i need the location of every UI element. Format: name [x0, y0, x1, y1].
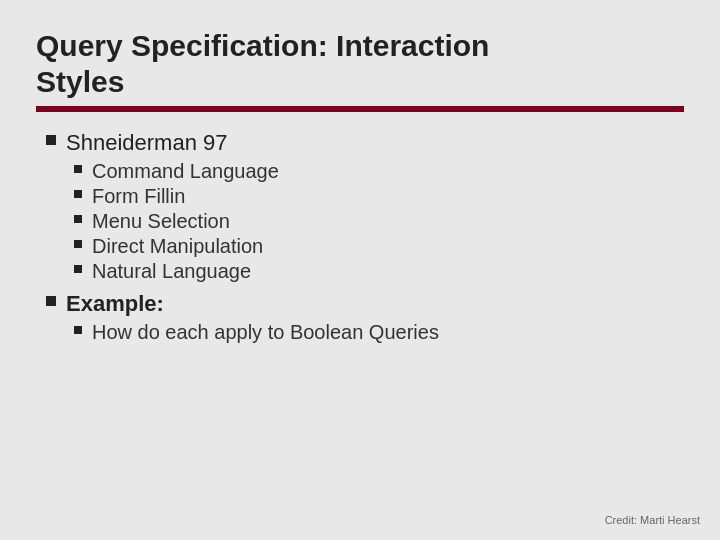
- section1-row: Shneiderman 97 Command Language Form Fil…: [46, 130, 684, 283]
- title-underline: [36, 106, 684, 112]
- slide-title: Query Specification: Interaction Styles: [36, 28, 684, 100]
- sub-bullet-icon: [74, 190, 82, 198]
- list-item: Menu Selection: [74, 210, 684, 233]
- content-area: Shneiderman 97 Command Language Form Fil…: [36, 130, 684, 344]
- item-text: How do each apply to Boolean Queries: [92, 321, 439, 344]
- section2-header: Example:: [46, 291, 684, 317]
- list-item: Command Language: [74, 160, 684, 183]
- item-text: Form Fillin: [92, 185, 185, 208]
- section1-label: Shneiderman 97: [66, 130, 227, 156]
- section1-header: Shneiderman 97: [46, 130, 684, 156]
- list-item: Natural Language: [74, 260, 684, 283]
- item-text: Menu Selection: [92, 210, 230, 233]
- section2-row: Example: How do each apply to Boolean Qu…: [46, 291, 684, 344]
- section2-list: How do each apply to Boolean Queries: [74, 321, 684, 344]
- list-item: Direct Manipulation: [74, 235, 684, 258]
- item-text: Natural Language: [92, 260, 251, 283]
- item-text: Command Language: [92, 160, 279, 183]
- section2-label: Example:: [66, 291, 164, 317]
- sub-bullet-icon: [74, 326, 82, 334]
- credit-text: Credit: Marti Hearst: [605, 514, 700, 526]
- sub-bullet-icon: [74, 240, 82, 248]
- bullet-icon: [46, 135, 56, 145]
- sub-bullet-icon: [74, 265, 82, 273]
- title-block: Query Specification: Interaction Styles: [36, 28, 684, 112]
- item-text: Direct Manipulation: [92, 235, 263, 258]
- sub-bullet-icon: [74, 165, 82, 173]
- list-item: Form Fillin: [74, 185, 684, 208]
- section1-list: Command Language Form Fillin Menu Select…: [74, 160, 684, 283]
- bullet-icon: [46, 296, 56, 306]
- sub-bullet-icon: [74, 215, 82, 223]
- title-line2: Styles: [36, 65, 124, 98]
- title-line1: Query Specification: Interaction: [36, 29, 489, 62]
- slide: Query Specification: Interaction Styles …: [0, 0, 720, 540]
- list-item: How do each apply to Boolean Queries: [74, 321, 684, 344]
